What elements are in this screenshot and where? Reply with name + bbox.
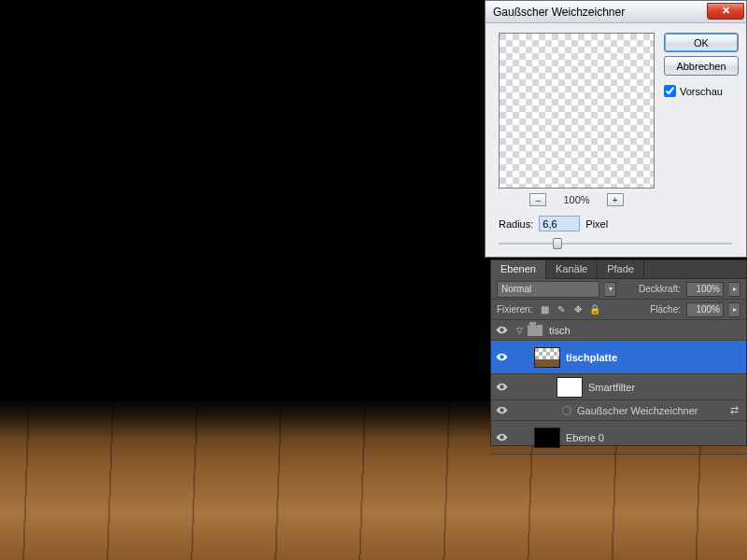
cancel-button[interactable]: Abbrechen bbox=[664, 56, 739, 76]
tab-channels[interactable]: Kanäle bbox=[546, 260, 598, 279]
group-name: tisch bbox=[549, 325, 571, 336]
plus-icon: + bbox=[613, 195, 618, 205]
dialog-title: Gaußscher Weichzeichner bbox=[493, 6, 707, 19]
folder-icon bbox=[527, 324, 543, 337]
zoom-value: 100% bbox=[563, 194, 589, 205]
visibility-toggle[interactable] bbox=[491, 324, 512, 336]
minus-icon: – bbox=[536, 195, 542, 205]
lock-transparency-icon[interactable]: ▦ bbox=[538, 303, 551, 316]
blend-mode-select[interactable]: Normal bbox=[497, 281, 599, 298]
layer-thumbnail[interactable] bbox=[534, 347, 560, 368]
smart-filters-row[interactable]: Smartfilter bbox=[491, 374, 746, 400]
smart-object-icon bbox=[552, 359, 560, 368]
lock-all-icon[interactable]: 🔒 bbox=[588, 303, 601, 316]
radius-input[interactable] bbox=[539, 216, 580, 231]
lock-pixels-icon[interactable]: ✎ bbox=[555, 303, 568, 316]
panel-tabs: Ebenen Kanäle Pfade bbox=[491, 260, 746, 279]
filter-mask-thumbnail[interactable] bbox=[557, 377, 583, 398]
filter-options-icon[interactable]: ⇄ bbox=[730, 404, 739, 416]
radius-unit: Pixel bbox=[585, 218, 608, 230]
fill-label: Fläche: bbox=[650, 304, 681, 315]
blend-mode-value: Normal bbox=[501, 284, 531, 294]
opacity-value[interactable]: 100% bbox=[686, 282, 724, 297]
close-icon: ✕ bbox=[722, 5, 730, 17]
preview-checkbox-label: Vorschau bbox=[680, 86, 723, 97]
smartfilter-label: Smartfilter bbox=[588, 382, 635, 393]
lock-position-icon[interactable]: ✥ bbox=[571, 303, 585, 316]
zoom-out-button[interactable]: – bbox=[529, 193, 546, 206]
filter-name[interactable]: Gaußscher Weichzeichner bbox=[577, 405, 698, 416]
eye-icon bbox=[496, 404, 508, 416]
layer-name[interactable]: Ebene 0 bbox=[566, 432, 604, 443]
preview-checkbox-row[interactable]: Vorschau bbox=[664, 85, 739, 97]
gaussian-blur-dialog: Gaußscher Weichzeichner ✕ – 100% + OK Ab… bbox=[485, 0, 747, 258]
visibility-toggle[interactable] bbox=[491, 351, 512, 363]
tab-layers[interactable]: Ebenen bbox=[491, 260, 546, 279]
filter-entry-row[interactable]: Gaußscher Weichzeichner ⇄ bbox=[491, 400, 746, 421]
fill-dropdown-icon[interactable]: ▸ bbox=[729, 302, 740, 317]
eye-icon bbox=[496, 381, 508, 393]
layer-row-selected[interactable]: tischplatte bbox=[491, 341, 746, 374]
lock-label: Fixieren: bbox=[497, 304, 532, 315]
layer-name[interactable]: tischplatte bbox=[566, 352, 617, 363]
radius-label: Radius: bbox=[499, 218, 533, 230]
eye-icon bbox=[496, 324, 508, 336]
zoom-in-button[interactable]: + bbox=[607, 193, 624, 206]
eye-icon bbox=[496, 431, 508, 443]
opacity-dropdown-icon[interactable]: ▸ bbox=[729, 282, 740, 297]
filter-preview[interactable] bbox=[499, 33, 655, 189]
layers-panel: Ebenen Kanäle Pfade Normal ▾ Deckkraft: … bbox=[490, 259, 747, 446]
slider-thumb[interactable] bbox=[553, 238, 562, 249]
radius-slider[interactable] bbox=[499, 234, 732, 253]
close-button[interactable]: ✕ bbox=[707, 3, 744, 20]
ok-button[interactable]: OK bbox=[664, 33, 739, 52]
visibility-toggle[interactable] bbox=[491, 431, 512, 443]
fill-value[interactable]: 100% bbox=[686, 302, 724, 317]
eye-icon bbox=[496, 351, 508, 363]
layer-group-row[interactable]: ▽ tisch bbox=[491, 320, 746, 341]
visibility-toggle[interactable] bbox=[491, 381, 512, 393]
slider-track bbox=[499, 243, 732, 245]
preview-checkbox[interactable] bbox=[664, 85, 676, 97]
dialog-titlebar[interactable]: Gaußscher Weichzeichner ✕ bbox=[486, 1, 746, 23]
filter-effect-icon bbox=[562, 406, 571, 415]
tab-paths[interactable]: Pfade bbox=[598, 260, 644, 279]
layer-thumbnail[interactable] bbox=[534, 427, 560, 448]
group-collapse-toggle[interactable]: ▽ bbox=[512, 326, 527, 335]
opacity-label: Deckkraft: bbox=[639, 284, 681, 294]
blend-mode-dropdown-icon[interactable]: ▾ bbox=[605, 282, 616, 297]
visibility-toggle[interactable] bbox=[491, 404, 512, 416]
layer-row[interactable]: Ebene 0 bbox=[491, 421, 746, 455]
